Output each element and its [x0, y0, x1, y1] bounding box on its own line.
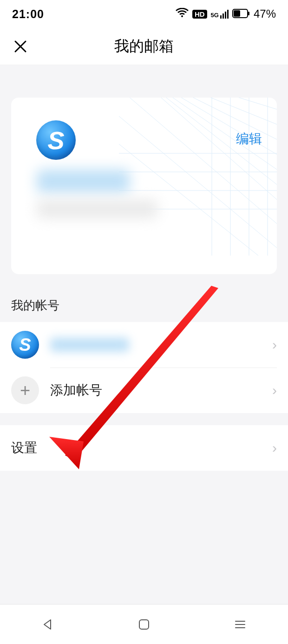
app-logo-icon: S — [36, 120, 76, 160]
triangle-back-icon — [41, 618, 54, 631]
decorative-lines — [119, 98, 277, 256]
accounts-list: S › + 添加帐号 › — [0, 322, 288, 413]
redacted-account-label — [50, 338, 129, 352]
app-logo-icon: S — [11, 331, 39, 359]
svg-rect-15 — [139, 620, 149, 629]
close-icon — [13, 39, 27, 53]
plus-icon: + — [11, 376, 39, 404]
page-header: 我的邮箱 — [0, 28, 288, 65]
status-time: 21:00 — [12, 7, 44, 21]
nav-back-button[interactable] — [39, 616, 56, 633]
chevron-right-icon: › — [272, 382, 277, 398]
add-account-label: 添加帐号 — [50, 381, 272, 399]
add-account-row[interactable]: + 添加帐号 › — [0, 368, 288, 413]
body-area: 编辑 S 我的帐号 S › + 添加帐号 › 设置 › — [0, 65, 288, 604]
redacted-email — [37, 200, 157, 218]
system-nav-bar — [0, 604, 288, 644]
nav-recents-button[interactable] — [232, 616, 249, 633]
square-home-icon — [138, 618, 150, 631]
chevron-right-icon: › — [272, 337, 277, 353]
status-bar: 21:00 HD 5G 47% — [0, 0, 288, 28]
page-title: 我的邮箱 — [0, 36, 288, 57]
svg-rect-2 — [234, 10, 240, 17]
wifi-icon — [176, 7, 189, 21]
signal-5g-icon: 5G — [211, 10, 229, 19]
close-button[interactable] — [11, 37, 30, 56]
menu-recents-icon — [234, 619, 247, 630]
battery-percentage: 47% — [254, 7, 276, 20]
svg-rect-1 — [248, 12, 249, 15]
settings-row[interactable]: 设置 › — [0, 425, 288, 471]
profile-card: 编辑 S — [11, 98, 277, 274]
account-row[interactable]: S › — [0, 322, 288, 368]
accounts-section-header: 我的帐号 — [0, 288, 288, 322]
hd-badge: HD — [192, 10, 207, 19]
settings-label: 设置 — [11, 439, 272, 457]
chevron-right-icon: › — [272, 440, 277, 456]
nav-home-button[interactable] — [136, 616, 152, 633]
redacted-name — [37, 170, 130, 193]
battery-icon — [232, 7, 250, 21]
edit-profile-link[interactable]: 编辑 — [236, 130, 262, 148]
